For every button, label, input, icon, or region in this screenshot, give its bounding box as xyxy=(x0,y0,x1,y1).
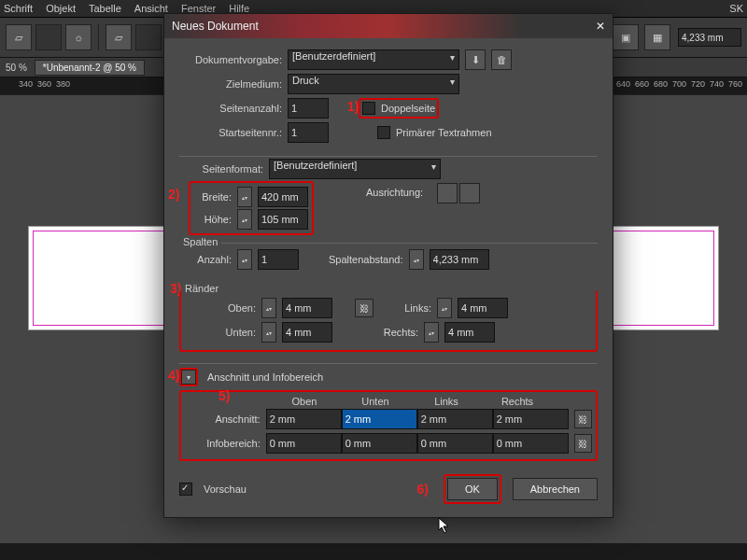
stroke-swatch-icon[interactable]: ▱ xyxy=(106,24,132,50)
toolbar-sk: SK xyxy=(729,3,743,14)
bleed-left-input[interactable]: 2 mm xyxy=(417,409,493,429)
annotation-2: 2) xyxy=(168,187,179,202)
margin-link-icon[interactable]: ⛓ xyxy=(355,299,374,317)
pages-label: Seitenanzahl: xyxy=(179,103,282,114)
width-input[interactable] xyxy=(258,187,308,207)
menu-objekt[interactable]: Objekt xyxy=(46,3,76,14)
slug-bottom-input[interactable]: 0 mm xyxy=(342,433,417,454)
bleed-row-label: Anschnitt: xyxy=(185,413,266,425)
annotation-1: 1) xyxy=(347,99,359,114)
margin-bottom-spinner[interactable]: ▴▾ xyxy=(261,322,276,343)
slug-link-icon[interactable]: ⛓ xyxy=(574,434,592,453)
pageformat-label: Seitenformat: xyxy=(179,163,263,175)
preview-label: Vorschau xyxy=(204,483,247,495)
startnum-input[interactable] xyxy=(288,122,329,143)
bleed-right-input[interactable]: 2 mm xyxy=(493,409,569,429)
bleed-bottom-input[interactable]: 2 mm xyxy=(342,409,417,429)
height-spinner[interactable]: ▴▾ xyxy=(237,209,252,230)
menu-tabelle[interactable]: Tabelle xyxy=(89,3,121,14)
grid-icon[interactable]: ▦ xyxy=(644,24,670,50)
margin-left-label: Links: xyxy=(390,302,431,314)
bleed-col-right: Rechts xyxy=(482,396,553,407)
bleed-col-top: Oben xyxy=(269,396,340,407)
margin-bottom-input[interactable] xyxy=(282,322,332,343)
gutter-label: Spaltenabstand: xyxy=(329,254,403,265)
margin-right-input[interactable] xyxy=(444,322,495,343)
startnum-label: Startseitennr.: xyxy=(179,127,282,138)
close-icon[interactable]: ✕ xyxy=(596,20,605,33)
primary-frame-label: Primärer Textrahmen xyxy=(396,127,492,138)
margins-title: Ränder xyxy=(181,283,222,294)
intent-label: Zielmedium: xyxy=(179,78,282,90)
slug-top-input[interactable]: 0 mm xyxy=(266,433,342,454)
gutter-input[interactable] xyxy=(430,249,489,270)
bleed-col-left: Links xyxy=(411,396,482,407)
stroke-color-icon[interactable] xyxy=(135,24,162,50)
crop-icon[interactable]: ▣ xyxy=(613,24,639,50)
margin-top-label: Oben: xyxy=(187,302,256,314)
save-preset-icon[interactable]: ⬇ xyxy=(465,49,486,70)
annotation-4: 4) xyxy=(168,368,179,383)
cancel-button[interactable]: Abbrechen xyxy=(513,478,598,500)
margin-top-spinner[interactable]: ▴▾ xyxy=(261,298,276,318)
bleed-top-input[interactable]: 2 mm xyxy=(266,409,342,429)
menu-schrift[interactable]: Schrift xyxy=(4,3,33,14)
facing-pages-checkbox[interactable] xyxy=(362,102,375,115)
margin-left-spinner[interactable]: ▴▾ xyxy=(437,298,452,318)
new-document-dialog: Neues Dokument ✕ Dokumentvorgabe: [Benut… xyxy=(163,13,613,518)
delete-preset-icon[interactable]: 🗑 xyxy=(491,49,512,70)
pages-input[interactable] xyxy=(288,98,329,119)
right-size-input[interactable] xyxy=(678,28,741,47)
ok-button[interactable]: OK xyxy=(447,478,498,500)
margin-right-label: Rechts: xyxy=(377,327,418,338)
zoom-select[interactable]: 50 % xyxy=(6,63,27,73)
column-count-spinner[interactable]: ▴▾ xyxy=(237,249,252,270)
slug-row-label: Infobereich: xyxy=(185,438,266,449)
margin-left-input[interactable] xyxy=(458,298,508,318)
margin-top-input[interactable] xyxy=(282,298,332,318)
height-label: Höhe: xyxy=(194,214,232,225)
document-tab[interactable]: *Unbenannt-2 @ 50 % xyxy=(35,60,145,76)
fill-none-icon[interactable]: ▱ xyxy=(6,24,32,50)
bleed-disclosure-icon[interactable]: ▾ xyxy=(181,370,196,385)
color-swatch-icon[interactable] xyxy=(35,24,62,50)
margin-right-spinner[interactable]: ▴▾ xyxy=(424,322,439,343)
bleed-col-bottom: Unten xyxy=(340,396,411,407)
orientation-landscape-icon[interactable] xyxy=(459,183,480,203)
annotation-6: 6) xyxy=(416,482,428,497)
column-count-label: Anzahl: xyxy=(179,254,232,265)
dialog-title: Neues Dokument xyxy=(172,20,259,33)
bleed-title: Anschnitt und Infobereich xyxy=(207,371,323,383)
bleed-link-icon[interactable]: ⛓ xyxy=(574,410,592,428)
orientation-portrait-icon[interactable] xyxy=(437,183,458,203)
slug-right-input[interactable]: 0 mm xyxy=(493,433,569,454)
height-input[interactable] xyxy=(258,209,308,230)
preset-select[interactable]: [Benutzerdefiniert] xyxy=(288,49,459,70)
preset-label: Dokumentvorgabe: xyxy=(179,54,282,65)
facing-pages-label: Doppelseite xyxy=(381,103,435,114)
dialog-titlebar[interactable]: Neues Dokument ✕ xyxy=(164,14,613,38)
columns-title: Spalten xyxy=(179,236,221,247)
slug-left-input[interactable]: 0 mm xyxy=(417,433,493,454)
gutter-spinner[interactable]: ▴▾ xyxy=(409,249,424,270)
column-count-input[interactable] xyxy=(258,249,299,270)
right-toolbar: ▣ ▦ xyxy=(613,19,741,56)
width-spinner[interactable]: ▴▾ xyxy=(237,187,252,207)
width-label: Breite: xyxy=(194,191,232,203)
primary-frame-checkbox[interactable] xyxy=(377,126,390,139)
annotation-5: 5) xyxy=(218,388,230,403)
sun-icon[interactable]: ☼ xyxy=(65,24,92,50)
pageformat-select[interactable]: [Benutzerdefiniert] xyxy=(269,159,441,179)
orientation-label: Ausrichtung: xyxy=(366,187,423,198)
preview-checkbox[interactable] xyxy=(179,483,192,496)
margin-bottom-label: Unten: xyxy=(187,327,256,338)
intent-select[interactable]: Druck xyxy=(288,74,459,94)
